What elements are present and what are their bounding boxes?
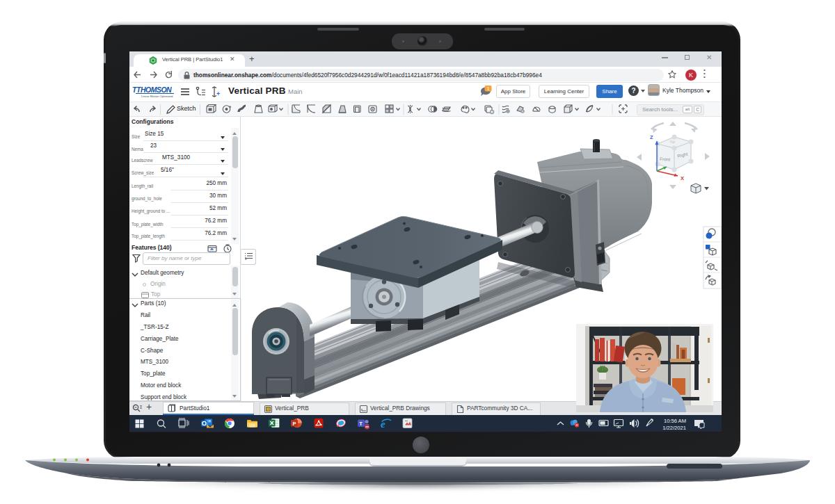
svg-text:Z: Z (650, 134, 653, 140)
svg-text:Front: Front (660, 156, 671, 162)
svg-text:+: + (216, 90, 220, 97)
svg-text:P: P (293, 421, 296, 427)
svg-text:Linear Motion Optimized: Linear Motion Optimized (141, 95, 173, 98)
svg-text:1/22/2021: 1/22/2021 (662, 425, 686, 431)
svg-text:THOMSON: THOMSON (136, 86, 172, 94)
svg-text:Top: Top (669, 139, 676, 144)
svg-text:10:56 AM: 10:56 AM (664, 418, 686, 424)
svg-text:T: T (359, 421, 363, 427)
svg-text:1: 1 (487, 86, 490, 91)
svg-text:X: X (681, 175, 684, 181)
